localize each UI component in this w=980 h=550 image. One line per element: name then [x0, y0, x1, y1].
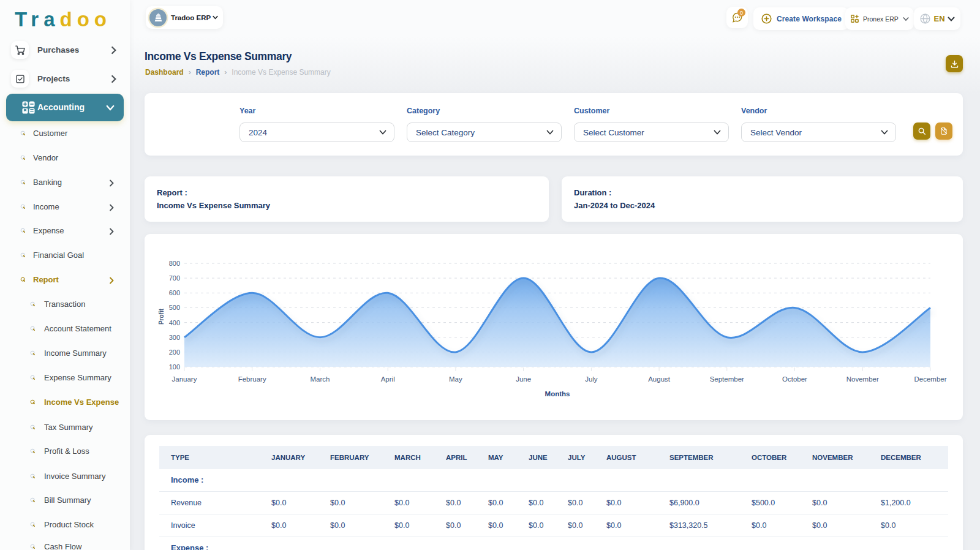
- svg-text:February: February: [238, 375, 266, 383]
- svg-text:100: 100: [169, 363, 180, 371]
- svg-text:October: October: [782, 375, 807, 383]
- svg-text:June: June: [516, 375, 531, 383]
- svg-text:200: 200: [169, 348, 180, 356]
- svg-text:May: May: [449, 375, 462, 383]
- svg-text:Profit: Profit: [158, 308, 165, 325]
- svg-text:November: November: [846, 375, 879, 383]
- svg-text:300: 300: [169, 334, 180, 341]
- svg-text:Months: Months: [545, 390, 570, 397]
- svg-text:500: 500: [169, 304, 180, 311]
- svg-text:July: July: [585, 375, 598, 383]
- svg-text:700: 700: [169, 274, 180, 282]
- svg-text:December: December: [914, 375, 946, 383]
- svg-text:January: January: [172, 375, 197, 383]
- svg-text:September: September: [710, 375, 744, 383]
- svg-text:800: 800: [169, 260, 180, 267]
- svg-text:April: April: [381, 375, 395, 383]
- svg-text:March: March: [311, 375, 330, 383]
- svg-text:600: 600: [169, 289, 180, 296]
- svg-text:August: August: [648, 375, 671, 383]
- svg-text:400: 400: [169, 319, 180, 326]
